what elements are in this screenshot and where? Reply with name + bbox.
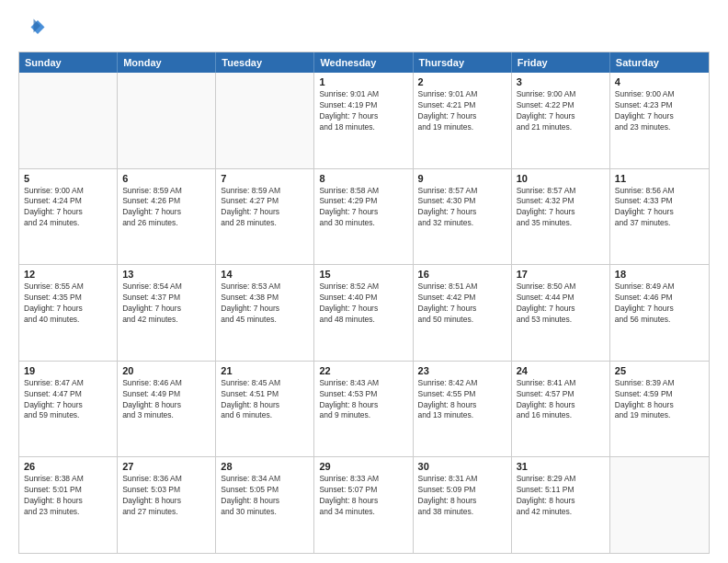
cal-cell: 23Sunrise: 8:42 AM Sunset: 4:55 PM Dayli… (414, 362, 512, 457)
cal-cell (19, 73, 118, 168)
cal-cell (610, 457, 709, 553)
page: SundayMondayTuesdayWednesdayThursdayFrid… (0, 0, 728, 563)
day-number: 21 (221, 365, 309, 376)
cal-cell (118, 73, 216, 168)
week-row-1: 1Sunrise: 9:01 AM Sunset: 4:19 PM Daylig… (19, 73, 709, 169)
cell-info: Sunrise: 8:59 AM Sunset: 4:26 PM Dayligh… (122, 186, 210, 230)
cal-cell: 14Sunrise: 8:53 AM Sunset: 4:38 PM Dayli… (216, 265, 314, 361)
day-number: 5 (24, 173, 112, 184)
calendar-header: SundayMondayTuesdayWednesdayThursdayFrid… (19, 52, 709, 73)
cell-info: Sunrise: 8:58 AM Sunset: 4:29 PM Dayligh… (319, 186, 407, 230)
cal-cell: 4Sunrise: 9:00 AM Sunset: 4:23 PM Daylig… (610, 73, 709, 168)
cal-cell: 29Sunrise: 8:33 AM Sunset: 5:07 PM Dayli… (314, 457, 413, 553)
cell-info: Sunrise: 8:45 AM Sunset: 4:51 PM Dayligh… (221, 378, 309, 422)
day-number: 18 (615, 269, 704, 280)
cal-cell: 7Sunrise: 8:59 AM Sunset: 4:27 PM Daylig… (216, 169, 314, 265)
cell-info: Sunrise: 9:00 AM Sunset: 4:23 PM Dayligh… (615, 89, 704, 133)
day-number: 19 (24, 365, 112, 376)
header-day-thursday: Thursday (414, 52, 512, 73)
header-day-saturday: Saturday (610, 52, 709, 73)
cell-info: Sunrise: 9:01 AM Sunset: 4:19 PM Dayligh… (319, 89, 407, 133)
cell-info: Sunrise: 8:29 AM Sunset: 5:11 PM Dayligh… (517, 474, 605, 518)
week-row-4: 19Sunrise: 8:47 AM Sunset: 4:47 PM Dayli… (19, 362, 709, 458)
day-number: 14 (221, 269, 309, 280)
logo (18, 15, 50, 42)
cal-cell: 28Sunrise: 8:34 AM Sunset: 5:05 PM Dayli… (216, 457, 314, 553)
cell-info: Sunrise: 8:52 AM Sunset: 4:40 PM Dayligh… (319, 282, 407, 326)
cal-cell: 16Sunrise: 8:51 AM Sunset: 4:42 PM Dayli… (414, 265, 512, 361)
cal-cell: 5Sunrise: 9:00 AM Sunset: 4:24 PM Daylig… (19, 169, 118, 265)
cal-cell: 15Sunrise: 8:52 AM Sunset: 4:40 PM Dayli… (314, 265, 413, 361)
cell-info: Sunrise: 8:42 AM Sunset: 4:55 PM Dayligh… (418, 378, 506, 422)
cal-cell: 8Sunrise: 8:58 AM Sunset: 4:29 PM Daylig… (314, 169, 413, 265)
header-day-monday: Monday (118, 52, 216, 73)
cell-info: Sunrise: 9:01 AM Sunset: 4:21 PM Dayligh… (418, 89, 506, 133)
cal-cell: 13Sunrise: 8:54 AM Sunset: 4:37 PM Dayli… (118, 265, 216, 361)
cal-cell: 22Sunrise: 8:43 AM Sunset: 4:53 PM Dayli… (314, 362, 413, 457)
cell-info: Sunrise: 8:36 AM Sunset: 5:03 PM Dayligh… (122, 474, 210, 518)
cal-cell: 19Sunrise: 8:47 AM Sunset: 4:47 PM Dayli… (19, 362, 118, 457)
cal-cell: 3Sunrise: 9:00 AM Sunset: 4:22 PM Daylig… (512, 73, 610, 168)
cell-info: Sunrise: 8:34 AM Sunset: 5:05 PM Dayligh… (221, 474, 309, 518)
day-number: 8 (319, 173, 407, 184)
cal-cell: 30Sunrise: 8:31 AM Sunset: 5:09 PM Dayli… (414, 457, 512, 553)
day-number: 20 (122, 365, 210, 376)
day-number: 11 (615, 173, 704, 184)
week-row-2: 5Sunrise: 9:00 AM Sunset: 4:24 PM Daylig… (19, 169, 709, 266)
cell-info: Sunrise: 8:43 AM Sunset: 4:53 PM Dayligh… (319, 378, 407, 422)
cal-cell: 2Sunrise: 9:01 AM Sunset: 4:21 PM Daylig… (414, 73, 512, 168)
day-number: 2 (418, 76, 506, 87)
cell-info: Sunrise: 8:33 AM Sunset: 5:07 PM Dayligh… (319, 474, 407, 518)
cell-info: Sunrise: 8:31 AM Sunset: 5:09 PM Dayligh… (418, 474, 506, 518)
cell-info: Sunrise: 8:49 AM Sunset: 4:46 PM Dayligh… (615, 282, 704, 326)
day-number: 10 (517, 173, 605, 184)
day-number: 6 (122, 173, 210, 184)
day-number: 9 (418, 173, 506, 184)
day-number: 30 (418, 461, 506, 472)
week-row-3: 12Sunrise: 8:55 AM Sunset: 4:35 PM Dayli… (19, 265, 709, 362)
header-day-tuesday: Tuesday (216, 52, 314, 73)
cal-cell: 6Sunrise: 8:59 AM Sunset: 4:26 PM Daylig… (118, 169, 216, 265)
cell-info: Sunrise: 8:41 AM Sunset: 4:57 PM Dayligh… (517, 378, 605, 422)
cal-cell: 31Sunrise: 8:29 AM Sunset: 5:11 PM Dayli… (512, 457, 610, 553)
cell-info: Sunrise: 8:57 AM Sunset: 4:30 PM Dayligh… (418, 186, 506, 230)
cal-cell: 12Sunrise: 8:55 AM Sunset: 4:35 PM Dayli… (19, 265, 118, 361)
cell-info: Sunrise: 8:57 AM Sunset: 4:32 PM Dayligh… (517, 186, 605, 230)
day-number: 13 (122, 269, 210, 280)
week-row-5: 26Sunrise: 8:38 AM Sunset: 5:01 PM Dayli… (19, 457, 709, 553)
cell-info: Sunrise: 8:51 AM Sunset: 4:42 PM Dayligh… (418, 282, 506, 326)
cell-info: Sunrise: 8:55 AM Sunset: 4:35 PM Dayligh… (24, 282, 112, 326)
day-number: 31 (517, 461, 605, 472)
cal-cell: 9Sunrise: 8:57 AM Sunset: 4:30 PM Daylig… (414, 169, 512, 265)
cell-info: Sunrise: 8:47 AM Sunset: 4:47 PM Dayligh… (24, 378, 112, 422)
cal-cell: 27Sunrise: 8:36 AM Sunset: 5:03 PM Dayli… (118, 457, 216, 553)
cal-cell: 17Sunrise: 8:50 AM Sunset: 4:44 PM Dayli… (512, 265, 610, 361)
header-day-friday: Friday (512, 52, 610, 73)
cal-cell: 26Sunrise: 8:38 AM Sunset: 5:01 PM Dayli… (19, 457, 118, 553)
cell-info: Sunrise: 8:53 AM Sunset: 4:38 PM Dayligh… (221, 282, 309, 326)
day-number: 25 (615, 365, 704, 376)
cal-cell: 25Sunrise: 8:39 AM Sunset: 4:59 PM Dayli… (610, 362, 709, 457)
day-number: 22 (319, 365, 407, 376)
cal-cell: 21Sunrise: 8:45 AM Sunset: 4:51 PM Dayli… (216, 362, 314, 457)
day-number: 16 (418, 269, 506, 280)
cell-info: Sunrise: 8:39 AM Sunset: 4:59 PM Dayligh… (615, 378, 704, 422)
day-number: 24 (517, 365, 605, 376)
day-number: 17 (517, 269, 605, 280)
cell-info: Sunrise: 8:46 AM Sunset: 4:49 PM Dayligh… (122, 378, 210, 422)
cell-info: Sunrise: 8:56 AM Sunset: 4:33 PM Dayligh… (615, 186, 704, 230)
cal-cell: 24Sunrise: 8:41 AM Sunset: 4:57 PM Dayli… (512, 362, 610, 457)
header-day-wednesday: Wednesday (314, 52, 413, 73)
cal-cell: 1Sunrise: 9:01 AM Sunset: 4:19 PM Daylig… (314, 73, 413, 168)
day-number: 27 (122, 461, 210, 472)
cell-info: Sunrise: 9:00 AM Sunset: 4:22 PM Dayligh… (517, 89, 605, 133)
day-number: 7 (221, 173, 309, 184)
day-number: 4 (615, 76, 704, 87)
cal-cell (216, 73, 314, 168)
cell-info: Sunrise: 8:59 AM Sunset: 4:27 PM Dayligh… (221, 186, 309, 230)
day-number: 29 (319, 461, 407, 472)
cal-cell: 11Sunrise: 8:56 AM Sunset: 4:33 PM Dayli… (610, 169, 709, 265)
cell-info: Sunrise: 8:54 AM Sunset: 4:37 PM Dayligh… (122, 282, 210, 326)
day-number: 15 (319, 269, 407, 280)
cell-info: Sunrise: 8:38 AM Sunset: 5:01 PM Dayligh… (24, 474, 112, 518)
